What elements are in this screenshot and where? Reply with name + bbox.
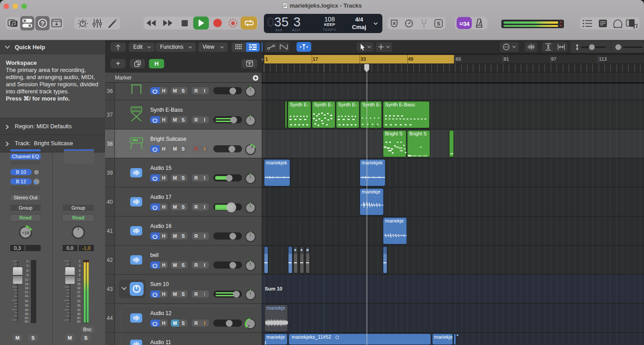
svg-text:3: 3: [79, 264, 80, 267]
svg-text:40: 40: [25, 308, 28, 311]
svg-text:24: 24: [77, 295, 80, 298]
svg-text:50: 50: [25, 316, 28, 320]
svg-text:0: 0: [26, 260, 28, 263]
svg-text:35: 35: [77, 304, 80, 307]
svg-text:18: 18: [77, 286, 80, 290]
svg-text:12: 12: [77, 278, 80, 281]
svg-text:35: 35: [25, 304, 28, 307]
svg-text:45: 45: [25, 312, 28, 316]
svg-text:40: 40: [77, 308, 80, 311]
svg-text:?: ?: [41, 20, 44, 27]
svg-text:21: 21: [25, 290, 28, 294]
svg-text:45: 45: [77, 312, 80, 316]
svg-text:6: 6: [26, 269, 28, 272]
svg-text:+19: +19: [22, 230, 29, 235]
svg-text:60: 60: [25, 320, 28, 323]
svg-text:60: 60: [77, 320, 80, 323]
svg-text:30: 30: [25, 299, 28, 303]
svg-text:3: 3: [26, 264, 28, 267]
svg-text:15: 15: [25, 282, 28, 286]
svg-text:50: 50: [77, 316, 80, 320]
svg-text:21: 21: [77, 290, 80, 294]
svg-text:18: 18: [25, 286, 28, 290]
svg-text:6: 6: [79, 269, 80, 272]
svg-text:9: 9: [79, 273, 80, 277]
svg-text:9: 9: [26, 273, 28, 277]
svg-text:0: 0: [79, 260, 80, 263]
svg-text:30: 30: [77, 299, 80, 303]
svg-text:12: 12: [25, 278, 28, 281]
svg-text:24: 24: [25, 295, 28, 298]
svg-text:S: S: [437, 21, 441, 26]
svg-text:15: 15: [77, 282, 80, 286]
